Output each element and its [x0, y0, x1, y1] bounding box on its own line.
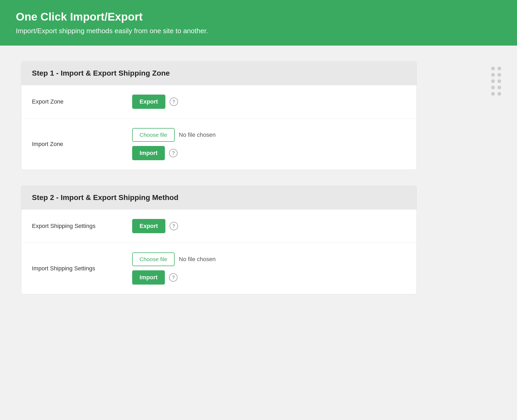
dot-9: [491, 92, 495, 96]
export-settings-button[interactable]: Export: [132, 219, 165, 233]
import-settings-file-controls: Choose file No file chosen: [132, 252, 216, 266]
dot-5: [491, 79, 495, 83]
import-settings-controls: Choose file No file chosen Import ?: [132, 252, 216, 285]
import-zone-help-icon[interactable]: ?: [169, 149, 178, 157]
page-title: One Click Import/Export: [16, 11, 501, 23]
main-content: Step 1 - Import & Export Shipping Zone E…: [0, 46, 517, 326]
import-zone-label: Import Zone: [32, 141, 132, 148]
export-settings-controls: Export ?: [132, 219, 178, 233]
no-file-chosen-zone: No file chosen: [179, 131, 216, 138]
import-zone-row: Import Zone Choose file No file chosen I…: [21, 119, 417, 170]
dot-8: [497, 86, 501, 89]
import-settings-label: Import Shipping Settings: [32, 265, 132, 272]
import-settings-help-icon[interactable]: ?: [169, 273, 178, 282]
page-header: One Click Import/Export Import/Export sh…: [0, 0, 517, 46]
choose-file-button-zone[interactable]: Choose file: [132, 128, 175, 142]
import-settings-button[interactable]: Import: [132, 270, 165, 285]
choose-file-button-settings[interactable]: Choose file: [132, 252, 175, 266]
import-zone-file-controls: Choose file No file chosen: [132, 128, 216, 142]
import-zone-controls: Choose file No file chosen Import ?: [132, 128, 216, 160]
step2-title: Step 2 - Import & Export Shipping Method: [32, 193, 406, 202]
import-zone-button[interactable]: Import: [132, 146, 165, 160]
step1-title: Step 1 - Import & Export Shipping Zone: [32, 69, 406, 77]
dot-1: [491, 67, 495, 70]
step2-header: Step 2 - Import & Export Shipping Method: [21, 186, 417, 209]
step2-card: Step 2 - Import & Export Shipping Method…: [21, 186, 417, 294]
export-zone-help-icon[interactable]: ?: [170, 97, 178, 106]
dot-4: [497, 73, 501, 77]
export-settings-help-icon[interactable]: ?: [170, 222, 178, 230]
export-zone-controls: Export ?: [132, 95, 178, 109]
step1-header: Step 1 - Import & Export Shipping Zone: [21, 62, 417, 85]
export-settings-row: Export Shipping Settings Export ?: [21, 209, 417, 243]
dot-10: [497, 92, 501, 96]
export-settings-label: Export Shipping Settings: [32, 223, 132, 229]
dot-2: [497, 67, 501, 70]
dot-6: [497, 79, 501, 83]
export-zone-row: Export Zone Export ?: [21, 85, 417, 119]
import-settings-action-controls: Import ?: [132, 270, 216, 285]
page-subtitle: Import/Export shipping methods easily fr…: [16, 27, 501, 35]
export-zone-label: Export Zone: [32, 98, 132, 105]
dots-decoration: [491, 67, 501, 96]
step1-card: Step 1 - Import & Export Shipping Zone E…: [21, 61, 417, 170]
no-file-chosen-settings: No file chosen: [179, 256, 216, 263]
import-settings-row: Import Shipping Settings Choose file No …: [21, 243, 417, 294]
import-zone-action-controls: Import ?: [132, 146, 216, 160]
dot-7: [491, 86, 495, 89]
dot-3: [491, 73, 495, 77]
export-zone-button[interactable]: Export: [132, 95, 165, 109]
